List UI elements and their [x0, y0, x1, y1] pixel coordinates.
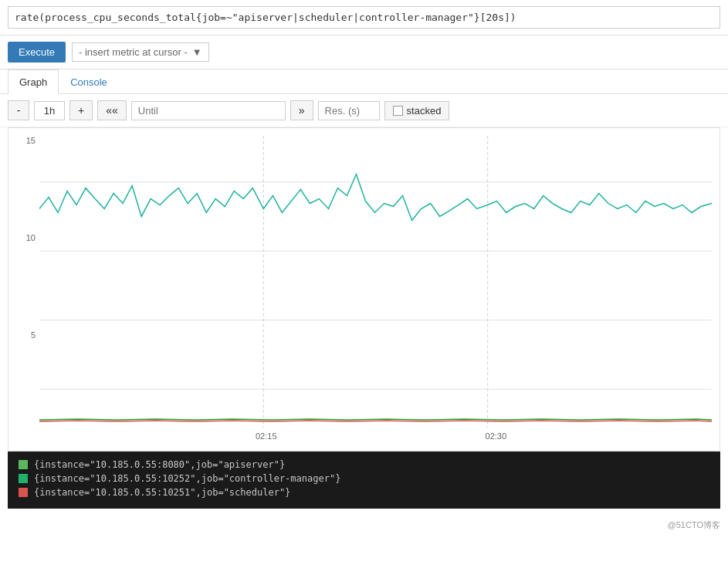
time-minus-button[interactable]: - — [8, 100, 29, 120]
legend-text-0: {instance="10.185.0.55:8080",job="apiser… — [34, 459, 285, 470]
toolbar: Execute - insert metric at cursor - ▼ — [0, 36, 728, 69]
legend: {instance="10.185.0.55:8080",job="apiser… — [8, 452, 720, 509]
tab-graph[interactable]: Graph — [8, 69, 59, 94]
legend-color-0 — [19, 460, 28, 469]
x-axis: 02:15 02:30 — [39, 428, 712, 451]
tabs-bar: Graph Console — [0, 69, 728, 94]
chart-line-controller — [39, 419, 712, 420]
resolution-input[interactable] — [318, 101, 380, 120]
time-plus-button[interactable]: + — [69, 100, 93, 120]
stacked-label: stacked — [407, 105, 442, 117]
stacked-checkbox-icon — [393, 106, 403, 116]
watermark: @51CTO博客 — [0, 516, 728, 534]
until-input[interactable] — [131, 101, 286, 120]
execute-button[interactable]: Execute — [8, 42, 66, 63]
y-label-5: 5 — [31, 330, 36, 340]
time-forward-button[interactable]: » — [290, 100, 313, 120]
y-label-10: 10 — [26, 233, 36, 242]
y-label-15: 15 — [26, 136, 36, 145]
chart-svg — [39, 136, 712, 428]
y-axis: 15 10 5 — [8, 136, 39, 428]
chart-line-scheduler — [39, 421, 712, 421]
legend-item-1: {instance="10.185.0.55:10252",job="contr… — [19, 473, 709, 484]
metric-placeholder-label: - insert metric at cursor - — [79, 46, 188, 58]
tab-console[interactable]: Console — [59, 69, 119, 94]
query-input[interactable] — [8, 6, 720, 29]
graph-controls: - 1h + «« » stacked — [0, 94, 728, 127]
metric-dropdown[interactable]: - insert metric at cursor - ▼ — [72, 42, 209, 62]
x-label-0215: 02:15 — [256, 431, 277, 441]
stacked-button[interactable]: stacked — [384, 101, 450, 120]
legend-color-2 — [19, 488, 28, 497]
legend-text-1: {instance="10.185.0.55:10252",job="contr… — [34, 473, 340, 484]
dropdown-arrow-icon: ▼ — [192, 46, 202, 58]
chart-inner — [39, 136, 712, 428]
chart-line-apiserver — [39, 174, 712, 221]
x-label-0230: 02:30 — [486, 431, 507, 441]
legend-color-1 — [19, 474, 28, 483]
time-range-display: 1h — [34, 101, 65, 120]
legend-item-0: {instance="10.185.0.55:8080",job="apiser… — [19, 459, 709, 470]
legend-item-2: {instance="10.185.0.55:10251",job="sched… — [19, 487, 709, 498]
chart-area: 15 10 5 02:15 02:30 — [8, 127, 720, 452]
time-back-button[interactable]: «« — [97, 100, 127, 120]
legend-text-2: {instance="10.185.0.55:10251",job="sched… — [34, 487, 290, 498]
top-bar — [0, 0, 728, 36]
